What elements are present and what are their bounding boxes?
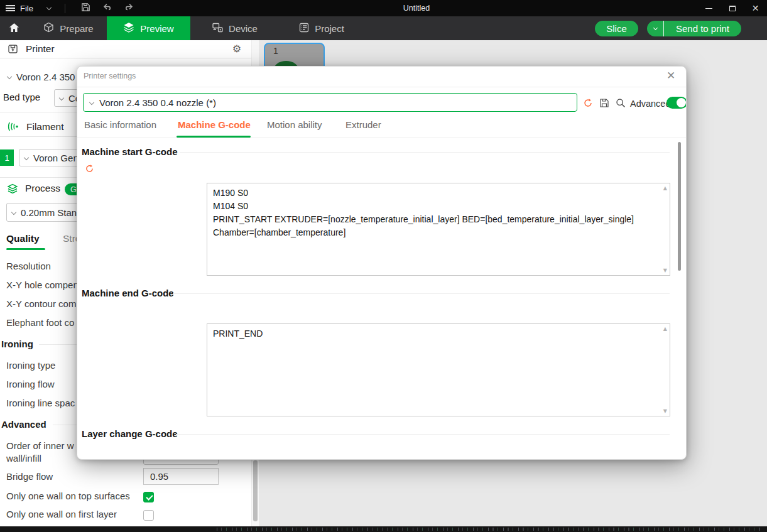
printer-icon [8, 44, 18, 54]
home-button[interactable] [0, 16, 28, 40]
send-to-print-button[interactable]: Send to print [664, 23, 741, 34]
redo-button[interactable] [118, 0, 139, 16]
machine-start-gcode-textarea[interactable]: M190 S0 M104 S0 PRINT_START EXTRUDER=[no… [207, 183, 670, 276]
file-menu-label: File [20, 4, 33, 13]
divider [77, 138, 687, 138]
tab-preview[interactable]: Preview [107, 16, 190, 40]
machine-start-gcode-label: Machine start G-code [82, 146, 178, 157]
setting-xy-hole-compensation[interactable]: X-Y hole compen [6, 280, 79, 292]
advanced-toggle[interactable] [666, 97, 687, 109]
tab-project[interactable]: Project [288, 16, 356, 40]
chevron-down-icon [89, 100, 94, 105]
setting-xy-contour-compensation[interactable]: X-Y contour com [6, 298, 76, 311]
titlebar-separator [65, 4, 65, 13]
maximize-icon [729, 6, 736, 11]
dialog-close-button[interactable]: ✕ [664, 69, 678, 82]
only-one-wall-top-label: Only one wall on top surfaces [6, 491, 130, 503]
tab-device[interactable]: Device [201, 16, 269, 40]
setting-ironing-line-spacing[interactable]: Ironing line spac [6, 398, 75, 410]
divider [77, 87, 687, 87]
prepare-cube-icon [43, 22, 54, 35]
process-layers-icon [7, 183, 18, 194]
setting-resolution[interactable]: Resolution [6, 261, 51, 273]
close-window-button[interactable]: ✕ [744, 0, 767, 16]
machine-end-gcode-textarea[interactable]: PRINT_END [207, 323, 670, 416]
dialog-tab-basic-information[interactable]: Basic information [84, 114, 156, 138]
dialog-tab-machine-gcode[interactable]: Machine G-code [178, 114, 251, 138]
redo-icon [124, 3, 134, 14]
close-icon: ✕ [752, 3, 759, 13]
dialog-title: Printer settings [84, 72, 136, 80]
maximize-button[interactable] [721, 0, 744, 16]
hamburger-icon [6, 4, 15, 13]
dialog-tab-motion-ability[interactable]: Motion ability [267, 114, 322, 138]
device-icon [212, 23, 223, 35]
titlebar: File Untitled ✕ [0, 0, 767, 16]
send-options-button[interactable] [647, 21, 664, 36]
advanced-toggle-label: Advanced [630, 99, 671, 109]
divider [180, 152, 670, 153]
scroll-up-arrow-icon[interactable]: ▲ [663, 326, 667, 332]
file-menu[interactable]: File [0, 0, 57, 16]
undo-button[interactable] [97, 0, 118, 16]
chevron-down-icon [11, 210, 16, 215]
tab-quality[interactable]: Quality [6, 233, 40, 244]
only-one-wall-first-checkbox[interactable] [143, 510, 154, 521]
divider [173, 293, 670, 294]
bed-type-label: Bed type [3, 92, 40, 102]
setting-order-of-walls-label-line2[interactable]: wall/infill [6, 453, 41, 465]
setting-elephant-foot-compensation[interactable]: Elephant foot co [6, 317, 74, 330]
tab-prepare[interactable]: Prepare [30, 16, 107, 40]
close-icon: ✕ [666, 70, 675, 82]
setting-ironing-type[interactable]: Ironing type [6, 360, 55, 372]
preview-layers-icon [123, 22, 134, 35]
only-one-wall-top-checkbox[interactable] [143, 492, 154, 502]
chevron-down-icon [653, 26, 657, 30]
printer-preset-select[interactable]: Voron 2.4 350 0 [8, 70, 83, 84]
window-title: Untitled [403, 4, 430, 13]
project-list-icon [299, 23, 309, 35]
undo-icon [102, 3, 112, 14]
chevron-down-icon [46, 4, 52, 9]
slice-button[interactable]: Slice [595, 21, 638, 36]
save-button[interactable] [75, 0, 97, 16]
chevron-down-icon [59, 95, 64, 100]
dialog-tab-extruder[interactable]: Extruder [345, 114, 381, 138]
divider [176, 434, 670, 435]
chevron-down-icon [7, 74, 12, 79]
gear-icon[interactable]: ⚙ [232, 43, 241, 55]
bottom-status-strip [0, 526, 767, 532]
minimize-icon [705, 8, 712, 9]
scroll-down-arrow-icon[interactable]: ▼ [663, 408, 667, 414]
save-icon [599, 98, 609, 108]
window-controls: ✕ [697, 0, 767, 16]
reset-icon [583, 98, 593, 108]
save-icon [81, 3, 90, 14]
advanced-section-header: Advanced [1, 419, 46, 432]
reset-machine-start-gcode-button[interactable] [85, 164, 95, 174]
filament-index-badge[interactable]: 1 [0, 149, 14, 166]
send-to-print-group: Send to print [647, 21, 741, 36]
sidebar-scrollbar-thumb[interactable] [253, 460, 258, 521]
search-icon [616, 98, 626, 108]
reset-preset-button[interactable] [582, 98, 594, 108]
minimize-button[interactable] [697, 0, 721, 16]
printer-preset-combo[interactable]: Voron 2.4 350 0.4 nozzle (*) [83, 93, 577, 112]
filament-coil-icon [7, 121, 20, 132]
save-preset-button[interactable] [599, 98, 610, 108]
setting-ironing-flow[interactable]: Ironing flow [6, 379, 55, 391]
tab-quality-underline [6, 248, 45, 250]
setting-order-of-walls-label-line1[interactable]: Order of inner w [6, 440, 74, 453]
scroll-up-arrow-icon[interactable]: ▲ [663, 185, 667, 191]
ironing-section-header: Ironing [1, 339, 33, 351]
bridge-flow-input[interactable]: 0.95 [143, 468, 219, 485]
bridge-flow-label: Bridge flow [6, 471, 53, 484]
search-button[interactable] [615, 98, 626, 108]
chevron-down-icon [24, 155, 29, 160]
only-one-wall-first-label: Only one wall on first layer [6, 509, 117, 521]
scroll-down-arrow-icon[interactable]: ▼ [663, 268, 667, 273]
printer-settings-dialog: Printer settings ✕ Voron 2.4 350 0.4 noz… [77, 66, 687, 460]
dialog-scrollbar-thumb[interactable] [678, 142, 681, 271]
machine-start-gcode-field: M190 S0 M104 S0 PRINT_START EXTRUDER=[no… [207, 183, 670, 276]
plate-number: 1 [273, 46, 278, 56]
